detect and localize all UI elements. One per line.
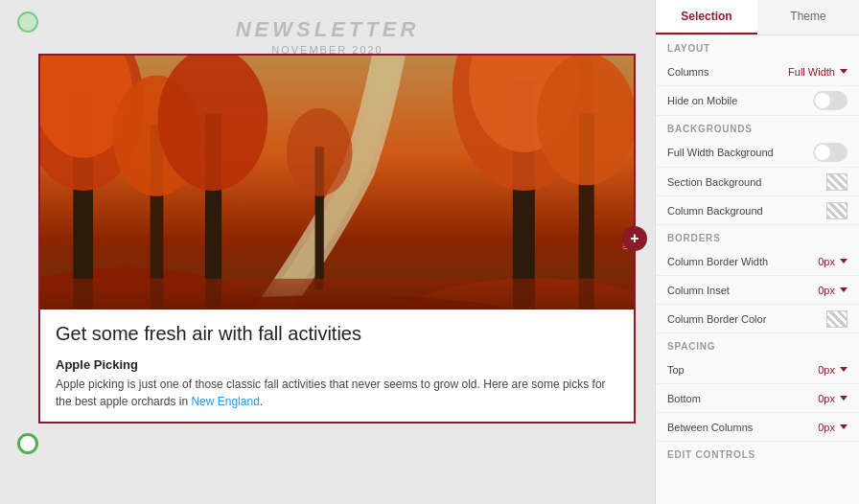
between-columns-value[interactable]: 0px: [818, 422, 847, 433]
full-width-bg-toggle[interactable]: [813, 143, 847, 162]
section-bg-swatch[interactable]: [826, 173, 847, 191]
article-subheading: Apple Picking: [56, 357, 618, 372]
spacing-top-label: Top: [667, 364, 685, 376]
svg-point-16: [537, 56, 634, 185]
spacing-bottom-chevron-icon: [840, 396, 847, 401]
column-inset-chevron-icon: [840, 287, 847, 292]
border-width-row: Column Border Width 0px: [656, 247, 859, 276]
columns-chevron-icon: [840, 69, 847, 74]
border-color-swatch[interactable]: [826, 310, 847, 328]
border-color-label: Column Border Color: [667, 313, 766, 325]
column-inset-label: Column Inset: [667, 285, 730, 296]
column-bg-row: Column Background: [656, 196, 859, 225]
section-bg-label: Section Background: [667, 176, 761, 188]
spacing-top-value[interactable]: 0px: [818, 364, 847, 376]
columns-row: Columns Full Width: [656, 57, 859, 86]
article-text-area: Get some fresh air with fall activities …: [40, 309, 634, 422]
column-bg-label: Column Background: [667, 205, 763, 217]
article-link[interactable]: New England: [191, 395, 259, 408]
canvas-area: NEWSLETTER NOVEMBER 2020 ⧉ 🗑 +: [0, 0, 655, 504]
hide-mobile-toggle[interactable]: [813, 91, 847, 110]
add-icon: +: [630, 230, 638, 247]
border-width-value[interactable]: 0px: [818, 256, 847, 267]
hide-mobile-label: Hide on Mobile: [667, 95, 737, 106]
border-width-label: Column Border Width: [667, 256, 768, 267]
between-columns-row: Between Columns 0px: [656, 413, 859, 442]
columns-label: Columns: [667, 66, 708, 78]
svg-point-18: [287, 108, 353, 196]
status-indicator-bottom: [17, 433, 38, 454]
svg-rect-19: [40, 279, 634, 309]
column-bg-swatch[interactable]: [826, 202, 847, 219]
section-spacing-label: Spacing: [656, 333, 859, 355]
section-layout-label: Layout: [656, 35, 859, 57]
tabs-row: Selection Theme: [656, 0, 859, 35]
content-block: +: [38, 54, 636, 424]
right-panel: Selection Theme Layout Columns Full Widt…: [655, 0, 859, 504]
tab-theme[interactable]: Theme: [757, 0, 859, 34]
between-columns-label: Between Columns: [667, 422, 753, 433]
spacing-top-row: Top 0px: [656, 355, 859, 384]
article-heading: Get some fresh air with fall activities: [56, 321, 618, 346]
section-bg-row: Section Background: [656, 168, 859, 196]
spacing-bottom-label: Bottom: [667, 393, 701, 404]
spacing-bottom-row: Bottom 0px: [656, 384, 859, 413]
section-backgrounds-label: Backgrounds: [656, 116, 859, 138]
border-width-chevron-icon: [840, 259, 847, 263]
border-color-row: Column Border Color: [656, 305, 859, 333]
column-inset-value[interactable]: 0px: [818, 285, 847, 296]
section-edit-controls-label: Edit Controls: [656, 442, 859, 464]
section-borders-label: Borders: [656, 225, 859, 247]
column-inset-row: Column Inset 0px: [656, 276, 859, 305]
full-width-bg-label: Full Width Background: [667, 147, 774, 158]
spacing-top-chevron-icon: [840, 367, 847, 372]
hide-mobile-row: Hide on Mobile: [656, 86, 859, 116]
tab-selection[interactable]: Selection: [656, 0, 757, 34]
spacing-bottom-value[interactable]: 0px: [818, 393, 847, 404]
between-columns-chevron-icon: [840, 424, 847, 429]
columns-value[interactable]: Full Width: [788, 66, 847, 78]
add-section-button[interactable]: +: [622, 226, 647, 251]
article-image: [40, 56, 634, 309]
article-body: Apple picking is just one of those class…: [56, 376, 618, 410]
newsletter-title: NEWSLETTER: [0, 17, 655, 42]
full-width-bg-row: Full Width Background: [656, 138, 859, 168]
